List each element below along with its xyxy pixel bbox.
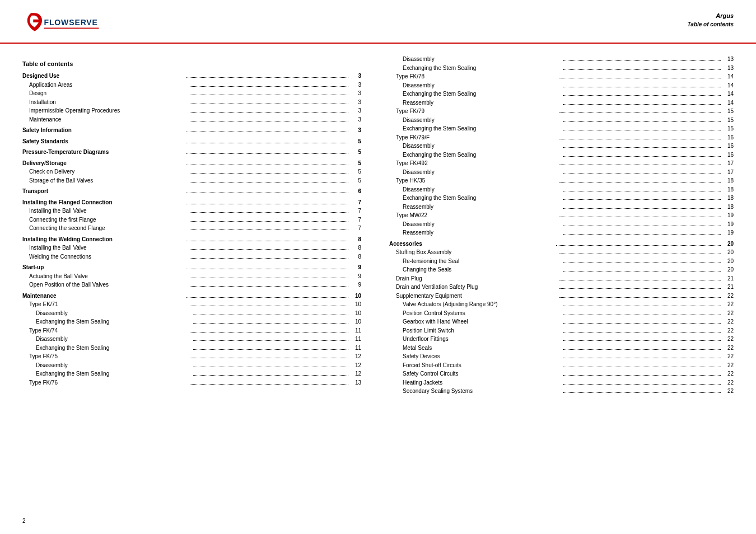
toc-entry: Disassembly17 <box>389 168 734 177</box>
toc-entry: Exchanging the Stem Sealing18 <box>389 194 734 203</box>
toc-entry: Disassembly15 <box>389 116 734 125</box>
toc-entry-label: Actuating the Ball Valve <box>29 272 188 281</box>
toc-entry: Changing the Seals20 <box>389 265 734 274</box>
toc-dots <box>190 384 349 385</box>
toc-entry: Disassembly14 <box>389 81 734 90</box>
toc-entry-label: Changing the Seals <box>403 265 561 274</box>
toc-dots <box>190 306 349 306</box>
toc-entry: Safety Information3 <box>22 126 361 135</box>
toc-entry-label: Exchanging the Stem Sealing <box>36 369 192 378</box>
toc-entry: Type FK/49217 <box>389 159 734 168</box>
toc-dots <box>563 315 721 315</box>
toc-entry-label: Disassembly <box>403 116 561 125</box>
toc-page-number: 18 <box>722 194 734 203</box>
toc-dots <box>186 241 349 241</box>
toc-entry: Installing the Flanged Connection7 <box>22 198 361 207</box>
toc-entry-label: Disassembly <box>36 335 192 344</box>
toc-page-number: 3 <box>350 126 361 135</box>
toc-entry: Disassembly13 <box>389 55 734 64</box>
toc-page-number: 22 <box>722 300 734 309</box>
toc-entry: Stuffing Box Assembly20 <box>389 248 734 257</box>
toc-dots <box>563 349 721 350</box>
toc-page-number: 7 <box>350 224 361 233</box>
toc-page-number: 13 <box>350 378 361 387</box>
toc-entry-label: Transport <box>22 187 185 196</box>
toc-dots <box>563 191 721 191</box>
toc-page-number: 19 <box>722 220 734 229</box>
toc-page-number: 22 <box>722 309 734 318</box>
toc-dots <box>563 121 721 122</box>
toc-entry: Impermissible Operating Procedures3 <box>22 106 361 115</box>
toc-entry: Connecting the second Flange7 <box>22 224 361 233</box>
toc-entry-label: Safety Standards <box>22 137 185 146</box>
toc-page-number: 19 <box>722 228 734 237</box>
toc-page-number: 10 <box>350 317 361 326</box>
toc-page-number: 7 <box>350 198 361 207</box>
toc-entry: Secondary Sealing Systems22 <box>389 387 734 396</box>
toc-dots <box>186 77 349 78</box>
toc-entry: Exchanging the Stem Sealing15 <box>389 124 734 133</box>
toc-entry: Type MW/2219 <box>389 211 734 220</box>
toc-dots <box>186 193 349 193</box>
toc-dots <box>190 221 349 222</box>
toc-entry: Exchanging the Stem Sealing11 <box>22 344 361 353</box>
toc-page-number: 16 <box>722 142 734 151</box>
toc-page-number: 21 <box>722 283 734 292</box>
toc-page-number: 18 <box>722 185 734 194</box>
toc-entry-label: Installing the Welding Connection <box>22 235 185 244</box>
toc-entry: Drain and Ventilation Safety Plug21 <box>389 283 734 292</box>
toc-page-number: 15 <box>722 116 734 125</box>
toc-page-number: 8 <box>350 243 361 252</box>
toc-dots <box>190 258 349 259</box>
toc-entry-label: Secondary Sealing Systems <box>403 387 561 396</box>
toc-dots <box>559 254 721 254</box>
toc-entry: Start-up9 <box>22 263 361 272</box>
toc-page-number: 3 <box>350 115 361 124</box>
toc-entry-label: Disassembly <box>403 220 561 229</box>
toc-entry: Safety Standards5 <box>22 137 361 146</box>
toc-entry: Valve Actuators (Adjusting Range 90°)22 <box>389 300 734 309</box>
toc-entry: Accessories20 <box>389 240 734 249</box>
toc-entry-label: Re-tensioning the Seal <box>403 257 561 266</box>
toc-dots <box>563 87 721 87</box>
toc-dots <box>559 139 721 139</box>
toc-dots <box>190 358 349 358</box>
toc-entry: Type FK/7613 <box>22 378 361 387</box>
toc-dots <box>563 147 721 148</box>
toc-entry-label: Type FK/78 <box>396 72 558 81</box>
toc-dots <box>563 384 721 385</box>
toc-page-number: 22 <box>722 369 734 378</box>
toc-dots <box>563 271 721 271</box>
toc-entry-label: Maintenance <box>29 115 188 124</box>
toc-entry: Transport6 <box>22 187 361 196</box>
toc-dots <box>563 208 721 209</box>
toc-entry: Gearbox with Hand Wheel22 <box>389 317 734 326</box>
toc-dots <box>186 132 349 132</box>
toc-entry: Exchanging the Stem Sealing12 <box>22 369 361 378</box>
toc-entry: Delivery/Storage5 <box>22 159 361 168</box>
toc-page-number: 5 <box>350 148 361 157</box>
toc-dots <box>559 217 721 217</box>
toc-entry-label: Disassembly <box>403 81 561 90</box>
toc-dots <box>563 226 721 226</box>
toc-entry-label: Connecting the second Flange <box>29 224 188 233</box>
toc-entry: Metal Seals22 <box>389 344 734 353</box>
toc-entry: Storage of the Ball Valves5 <box>22 176 361 185</box>
toc-entry: Disassembly12 <box>22 361 361 370</box>
toc-dots <box>563 306 721 306</box>
toc-entry-label: Exchanging the Stem Sealing <box>36 317 192 326</box>
toc-entry: Connecting the first Flange7 <box>22 216 361 224</box>
toc-page-number: 8 <box>350 252 361 261</box>
toc-dots <box>193 340 349 341</box>
toc-entry-label: Drain Plug <box>396 274 558 283</box>
toc-entry: Position Limit Switch22 <box>389 326 734 335</box>
toc-entry: Position Control Systems22 <box>389 309 734 318</box>
toc-dots <box>193 323 349 324</box>
toc-entry-label: Exchanging the Stem Sealing <box>403 64 561 73</box>
toc-dots <box>190 173 349 174</box>
toc-entry-label: Type FK/76 <box>29 378 188 387</box>
toc-page-number: 12 <box>350 361 361 370</box>
toc-entry: Type FK/7512 <box>22 352 361 361</box>
toc-dots <box>190 182 349 182</box>
toc-entry: Installing the Ball Valve7 <box>22 207 361 216</box>
